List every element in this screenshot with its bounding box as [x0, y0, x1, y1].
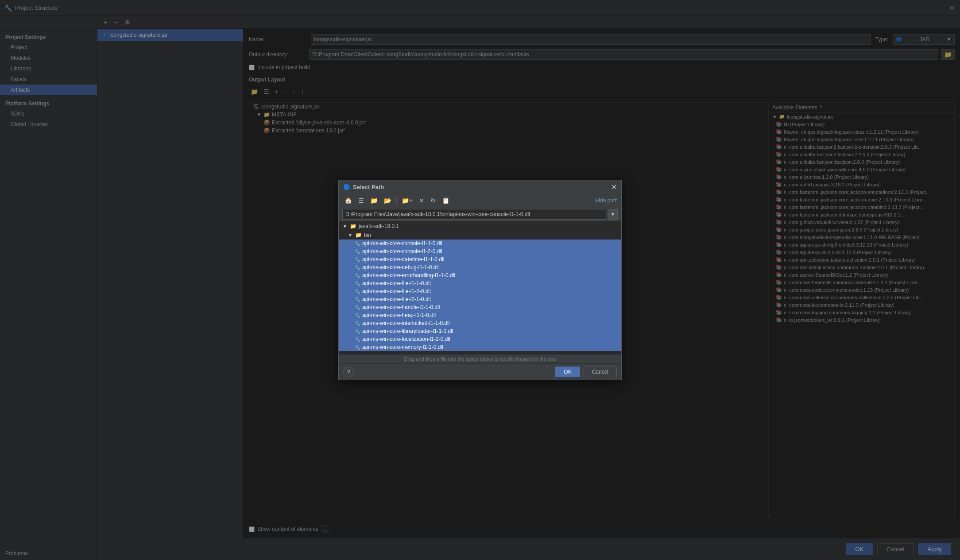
file-icon: 🔧 — [355, 281, 360, 286]
folder-icon: 📁 — [355, 232, 362, 238]
file-icon: 🔧 — [355, 273, 360, 278]
tree-file-12[interactable]: 🔧 api-ms-win-core-localization-l1-2-0.dl… — [339, 335, 621, 343]
file-icon: 🔧 — [355, 305, 360, 310]
tree-folder-bin[interactable]: ▼ 📁 bin — [339, 231, 621, 239]
toolbar-separator — [396, 197, 397, 204]
file-icon: 🔧 — [355, 289, 360, 294]
file-icon: 🔧 — [355, 313, 360, 318]
dialog-copy-btn[interactable]: 📋 — [440, 196, 452, 205]
dialog-close-button[interactable]: ✕ — [611, 183, 617, 191]
dialog-folder-btn[interactable]: 📁 — [368, 196, 380, 205]
dialog-overlay: 🔵 Select Path ✕ 🏠 ☰ 📁 📂 📁+ ✕ ↻ 📋 Hide pa… — [0, 0, 960, 560]
dialog-title-bar: 🔵 Select Path ✕ — [339, 180, 621, 194]
file-label: api-ms-win-core-libraryloader-l1-1-0.dll — [362, 328, 453, 334]
dialog-icon: 🔵 — [343, 184, 350, 191]
dialog-hint: Drag and drop a file into the space abov… — [339, 355, 621, 364]
file-label: api-ms-win-core-console-l1-1-0.dll — [362, 240, 442, 247]
dialog-help-button[interactable]: ? — [343, 367, 354, 377]
file-label: api-ms-win-core-debug-l1-1-0.dll — [362, 264, 439, 270]
folder-icon: 📁 — [350, 223, 356, 229]
tree-folder-javafx-sdk[interactable]: ▼ 📁 javafx-sdk-18.0.1 — [339, 222, 621, 231]
file-label: api-ms-win-core-localization-l1-2-0.dll — [362, 336, 450, 342]
tree-file-13[interactable]: 🔧 api-ms-win-core-memory-l1-1-0.dll — [339, 343, 621, 351]
tree-file-5[interactable]: 🔧 api-ms-win-core-file-l1-1-0.dll — [339, 279, 621, 287]
dialog-refresh-btn[interactable]: ↻ — [428, 196, 438, 205]
dialog-path-input[interactable] — [342, 209, 606, 220]
tree-file-3[interactable]: 🔧 api-ms-win-core-debug-l1-1-0.dll — [339, 263, 621, 271]
tree-file-6[interactable]: 🔧 api-ms-win-core-file-l1-2-0.dll — [339, 287, 621, 295]
dialog-title: Select Path — [353, 184, 611, 190]
dialog-cancel-btn[interactable]: ✕ — [417, 196, 426, 205]
tree-file-1[interactable]: 🔧 api-ms-win-core-console-l1-2-0.dll — [339, 247, 621, 255]
file-label: api-ms-win-core-file-l1-2-0.dll — [362, 288, 431, 294]
file-icon: 🔧 — [355, 321, 360, 326]
file-label: api-ms-win-core-heap-l1-1-0.dll — [362, 312, 436, 318]
file-label: api-ms-win-core-console-l1-2-0.dll — [362, 248, 442, 255]
file-icon: 🔧 — [355, 265, 360, 270]
select-path-dialog: 🔵 Select Path ✕ 🏠 ☰ 📁 📂 📁+ ✕ ↻ 📋 Hide pa… — [338, 180, 622, 380]
dialog-home-btn[interactable]: 🏠 — [342, 196, 354, 205]
file-label: api-ms-win-core-interlocked-l1-1-0.dll — [362, 320, 449, 326]
dialog-footer-right: OK Cancel — [555, 367, 617, 377]
tree-file-9[interactable]: 🔧 api-ms-win-core-heap-l1-1-0.dll — [339, 311, 621, 319]
tree-file-7[interactable]: 🔧 api-ms-win-core-file-l2-1-0.dll — [339, 295, 621, 303]
folder-label: bin — [364, 232, 371, 238]
file-icon: 🔧 — [355, 241, 360, 246]
dialog-tree[interactable]: ▼ 📁 javafx-sdk-18.0.1 ▼ 📁 bin 🔧 api-ms-w… — [339, 222, 621, 355]
file-label: api-ms-win-core-file-l1-1-0.dll — [362, 280, 431, 286]
file-icon: 🔧 — [355, 297, 360, 302]
tree-file-10[interactable]: 🔧 api-ms-win-core-interlocked-l1-1-0.dll — [339, 319, 621, 327]
dialog-toolbar: 🏠 ☰ 📁 📂 📁+ ✕ ↻ 📋 Hide path — [339, 194, 621, 207]
expand-icon: ▼ — [348, 232, 353, 238]
dialog-open-folder-btn[interactable]: 📂 — [382, 196, 394, 205]
dialog-path-bar: ▼ — [339, 207, 621, 222]
dialog-footer: ? OK Cancel — [339, 364, 621, 380]
hide-path-link[interactable]: Hide path — [595, 197, 618, 204]
file-icon: 🔧 — [355, 337, 360, 342]
tree-file-8[interactable]: 🔧 api-ms-win-core-handle-l1-1-0.dll — [339, 303, 621, 311]
dialog-new-folder-btn[interactable]: 📁+ — [399, 196, 415, 205]
file-label: api-ms-win-core-datetime-l1-1-0.dll — [362, 256, 444, 263]
tree-file-4[interactable]: 🔧 api-ms-win-core-errorhandling-l1-1-0.d… — [339, 271, 621, 279]
tree-file-11[interactable]: 🔧 api-ms-win-core-libraryloader-l1-1-0.d… — [339, 327, 621, 335]
dialog-cancel-button[interactable]: Cancel — [584, 367, 617, 377]
dialog-list-btn[interactable]: ☰ — [356, 196, 366, 205]
file-label: api-ms-win-core-memory-l1-1-0.dll — [362, 344, 443, 350]
file-label: api-ms-win-core-file-l2-1-0.dll — [362, 296, 431, 302]
folder-label: javafx-sdk-18.0.1 — [359, 223, 399, 229]
file-icon: 🔧 — [355, 345, 360, 350]
tree-file-0[interactable]: 🔧 api-ms-win-core-console-l1-1-0.dll — [339, 239, 621, 247]
file-label: api-ms-win-core-errorhandling-l1-1-0.dll — [362, 272, 455, 278]
dialog-path-dropdown[interactable]: ▼ — [608, 209, 618, 220]
file-icon: 🔧 — [355, 257, 360, 262]
expand-icon: ▼ — [342, 223, 348, 229]
file-icon: 🔧 — [355, 249, 360, 254]
file-label: api-ms-win-core-handle-l1-1-0.dll — [362, 304, 440, 310]
file-icon: 🔧 — [355, 329, 360, 334]
tree-file-2[interactable]: 🔧 api-ms-win-core-datetime-l1-1-0.dll — [339, 255, 621, 263]
dialog-ok-button[interactable]: OK — [555, 367, 580, 377]
